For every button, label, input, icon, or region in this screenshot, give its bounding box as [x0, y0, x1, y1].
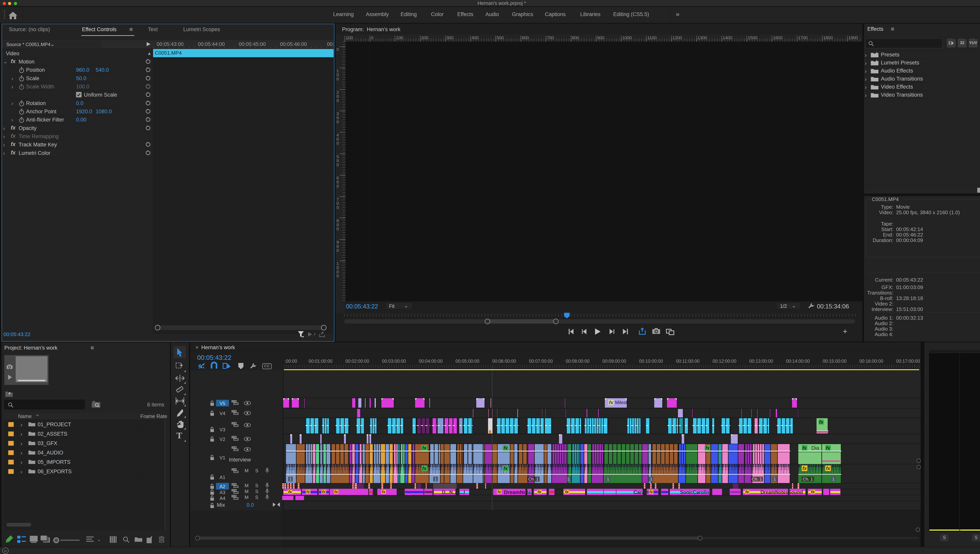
svg-text:cc: cc	[4, 549, 7, 552]
